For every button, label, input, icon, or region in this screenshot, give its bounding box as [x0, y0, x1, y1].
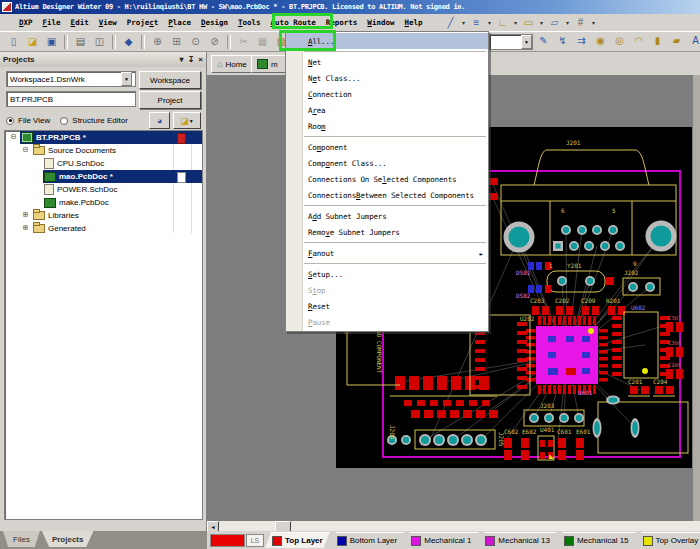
- file-view-radio[interactable]: [6, 117, 14, 125]
- differential-routing-icon[interactable]: ⇉: [572, 32, 591, 50]
- grid-icon[interactable]: #: [571, 14, 590, 32]
- menu-design[interactable]: Design: [196, 16, 233, 29]
- project-button[interactable]: Project: [139, 91, 201, 109]
- filter-combobox[interactable]: ▼: [489, 34, 533, 50]
- layer-tab-top-layer[interactable]: Top Layer: [265, 532, 330, 548]
- tree-item-make-pcbdoc[interactable]: make.PcbDoc: [5, 196, 202, 209]
- current-layer-swatch: [210, 534, 245, 547]
- close-icon[interactable]: ×: [198, 55, 203, 64]
- copy-icon[interactable]: ▦: [253, 33, 272, 51]
- polygon-icon[interactable]: ▰: [667, 32, 686, 50]
- save-icon[interactable]: ▣: [42, 33, 61, 51]
- browse-icon[interactable]: ◆: [119, 33, 138, 51]
- menu-item-component-class[interactable]: Component Class...: [286, 155, 488, 171]
- menu-dxp[interactable]: DXP: [14, 16, 38, 29]
- open-options-button[interactable]: ◪▼: [173, 112, 201, 129]
- menu-view[interactable]: View: [94, 16, 122, 29]
- menu-edit[interactable]: Edit: [66, 16, 94, 29]
- workspace-combobox-value: Workspace1.DsnWrk: [10, 75, 85, 84]
- layer-tab-mechanical-15[interactable]: Mechanical 15: [557, 532, 636, 548]
- tree-item-source-documents[interactable]: ⊟Source Documents: [5, 144, 202, 157]
- menu-item-net[interactable]: Net: [286, 54, 488, 70]
- wiring-tools-icon[interactable]: ╱: [441, 14, 460, 32]
- fill-icon[interactable]: ▮: [648, 32, 667, 50]
- layer-set-button[interactable]: LS: [246, 534, 264, 547]
- chevron-down-icon[interactable]: ▼: [121, 72, 132, 86]
- alignment-tools-dropdown-arrow[interactable]: ▾: [487, 19, 492, 26]
- menu-item-room[interactable]: Room: [286, 118, 488, 134]
- tree-item-generated[interactable]: ⊞Generated: [5, 222, 202, 235]
- tab-home[interactable]: ⌂ Home: [211, 55, 253, 73]
- menu-help[interactable]: Help: [399, 16, 427, 29]
- via-icon[interactable]: ◎: [610, 32, 629, 50]
- menu-item-setup[interactable]: Setup...: [286, 266, 488, 282]
- new-document-icon[interactable]: ▯: [4, 33, 23, 51]
- zoom-selection-icon[interactable]: ⊙: [186, 33, 205, 51]
- menu-file[interactable]: File: [38, 16, 66, 29]
- menu-item-component[interactable]: Component: [286, 139, 488, 155]
- dimension-tools-dropdown-arrow[interactable]: ▾: [513, 19, 518, 26]
- room-tools-dropdown-arrow[interactable]: ▾: [565, 19, 570, 26]
- route-icon[interactable]: ↯: [553, 32, 572, 50]
- menu-item-connections-between-selected-components[interactable]: Connections Between Selected Components: [286, 187, 488, 203]
- horizontal-scrollbar[interactable]: ◄: [207, 521, 700, 531]
- chevron-down-icon[interactable]: ▼: [521, 35, 532, 49]
- workspace-button[interactable]: Workspace: [139, 71, 201, 89]
- menu-item-net-class[interactable]: Net Class...: [286, 70, 488, 86]
- layer-tab-mechanical-13[interactable]: Mechanical 13: [478, 532, 557, 548]
- wiring-tools-dropdown-arrow[interactable]: ▾: [461, 19, 466, 26]
- menu-place[interactable]: Place: [163, 16, 196, 29]
- project-name-field[interactable]: BT.PRJPCB: [6, 91, 136, 107]
- cut-icon[interactable]: ✂: [234, 33, 253, 51]
- pin-icon[interactable]: ↧: [188, 55, 195, 64]
- layer-tab-mechanical-1[interactable]: Mechanical 1: [404, 532, 478, 548]
- interactive-routing-icon[interactable]: ✎: [534, 32, 553, 50]
- structure-editor-radio[interactable]: [60, 117, 68, 125]
- menu-project[interactable]: Project: [122, 16, 164, 29]
- zoom-point-icon[interactable]: ⊘: [205, 33, 224, 51]
- layer-tab-bottom-layer[interactable]: Bottom Layer: [330, 532, 405, 548]
- tab-files[interactable]: Files: [3, 531, 40, 547]
- altium-logo-icon: [2, 2, 12, 12]
- alignment-tools-icon[interactable]: ≡: [467, 14, 486, 32]
- pcb-label-ds01: DS01: [516, 269, 531, 276]
- menu-item-add-subnet-jumpers[interactable]: Add Subnet Jumpers: [286, 208, 488, 224]
- menu-item-remove-subnet-jumpers[interactable]: Remove Subnet Jumpers: [286, 224, 488, 240]
- menu-tools[interactable]: Tools: [233, 16, 266, 29]
- arc-icon[interactable]: ◠: [629, 32, 648, 50]
- menu-item-fanout[interactable]: Fanout►: [286, 245, 488, 261]
- placement-tools-icon[interactable]: ▭: [519, 14, 538, 32]
- menu-item-connection[interactable]: Connection: [286, 86, 488, 102]
- tree-expander-icon[interactable]: ⊟: [21, 146, 30, 155]
- tree-item-cpu-schdoc[interactable]: CPU.SchDoc: [5, 157, 202, 170]
- open-document-icon[interactable]: ◪: [23, 33, 42, 51]
- menu-item-reset[interactable]: Reset: [286, 298, 488, 314]
- menu-item-connections-on-selected-components[interactable]: Connections On Selected Components: [286, 171, 488, 187]
- layer-tab-top-overlay[interactable]: Top Overlay: [636, 532, 700, 548]
- chevron-down-icon[interactable]: ▾: [180, 55, 184, 64]
- print-icon[interactable]: ▤: [71, 33, 90, 51]
- zoom-area-icon[interactable]: ⊞: [167, 33, 186, 51]
- room-tools-icon[interactable]: ▱: [545, 14, 564, 32]
- print-preview-icon[interactable]: ◫: [90, 33, 109, 51]
- sort-button[interactable]: ◕: [149, 112, 170, 129]
- string-icon[interactable]: A: [686, 32, 700, 50]
- pad-icon[interactable]: ◉: [591, 32, 610, 50]
- tree-item-mao-pcbdoc[interactable]: mao.PcbDoc *: [5, 170, 202, 183]
- dimension-tools-icon[interactable]: ∟: [493, 14, 512, 32]
- tree-expander-icon[interactable]: ⊞: [21, 211, 30, 220]
- tab-projects[interactable]: Projects: [42, 531, 94, 547]
- toolbar-separator: [112, 35, 116, 49]
- menu-window[interactable]: Window: [362, 16, 399, 29]
- tree-item-bt-prjpcb[interactable]: ⊟BT.PRJPCB *: [5, 131, 202, 144]
- tree-expander-icon[interactable]: ⊞: [21, 224, 30, 233]
- tree-expander-icon[interactable]: ⊟: [9, 133, 18, 142]
- tree-item-libraries[interactable]: ⊞Libraries: [5, 209, 202, 222]
- workspace-combobox[interactable]: Workspace1.DsnWrk ▼: [6, 71, 136, 87]
- menu-item-area[interactable]: Area: [286, 102, 488, 118]
- tree-item-power-schdoc[interactable]: POWER.SchDoc: [5, 183, 202, 196]
- window-title: Altium Designer Winter 09 - H:\ruilinqiu…: [15, 3, 465, 11]
- zoom-document-icon[interactable]: ⊕: [148, 33, 167, 51]
- grid-dropdown-arrow[interactable]: ▾: [591, 19, 596, 26]
- placement-tools-dropdown-arrow[interactable]: ▾: [539, 19, 544, 26]
